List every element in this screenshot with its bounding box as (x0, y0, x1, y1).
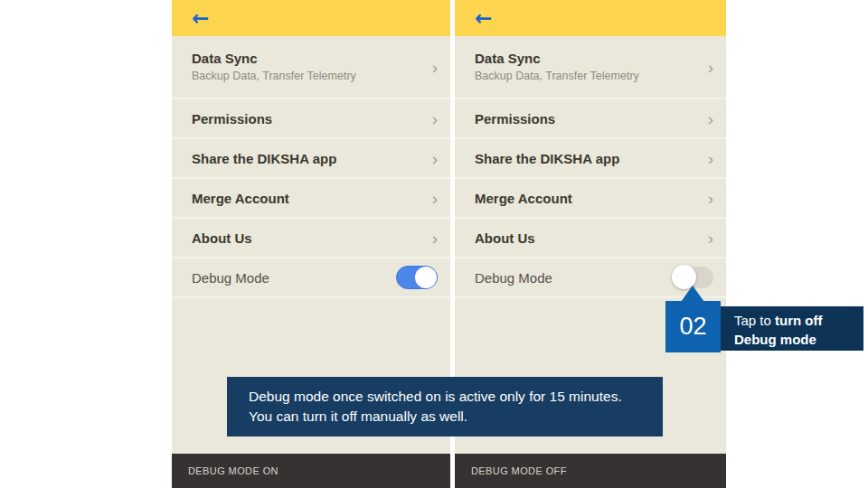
chevron-right-icon: › (432, 110, 438, 127)
toggle-knob (415, 267, 437, 288)
callout-line1: Tap to turn off (734, 311, 863, 330)
caption-bar: DEBUG MODE ON (172, 454, 450, 488)
back-arrow-icon[interactable]: ← (192, 8, 209, 29)
chevron-right-icon: › (432, 59, 438, 76)
settings-row-about-us[interactable]: About Us › (455, 219, 726, 258)
chevron-right-icon: › (708, 59, 713, 76)
row-title: Share the DIKSHA app (192, 152, 336, 165)
callout-text-bold1: turn off (775, 313, 822, 328)
row-title: About Us (192, 231, 252, 245)
callout-text-bold2: Debug mode (734, 330, 863, 349)
chevron-right-icon: › (432, 150, 438, 167)
settings-row-data-sync[interactable]: Data Sync Backup Data, Transfer Telemetr… (172, 36, 450, 99)
row-title: Merge Account (192, 192, 289, 205)
caption-label: DEBUG MODE ON (188, 465, 278, 476)
settings-row-merge-account[interactable]: Merge Account › (455, 179, 726, 219)
row-title: Debug Mode (192, 271, 269, 285)
settings-row-data-sync[interactable]: Data Sync Backup Data, Transfer Telemetr… (455, 36, 726, 99)
chevron-right-icon: › (708, 230, 713, 247)
info-banner-text: Debug mode once switched on is active on… (249, 389, 622, 424)
row-title: Permissions (475, 112, 555, 126)
settings-row-share-app[interactable]: Share the DIKSHA app › (172, 139, 450, 179)
row-subtitle: Backup Data, Transfer Telemetry (192, 70, 356, 82)
app-header: ← (455, 0, 726, 36)
settings-row-share-app[interactable]: Share the DIKSHA app › (455, 139, 726, 179)
settings-row-permissions[interactable]: Permissions › (172, 99, 450, 139)
tutorial-image: ← Data Sync Backup Data, Transfer Teleme… (0, 0, 868, 488)
row-title: Data Sync (475, 52, 639, 65)
chevron-right-icon: › (432, 190, 438, 207)
settings-row-permissions[interactable]: Permissions › (455, 99, 726, 139)
chevron-right-icon: › (708, 110, 713, 127)
row-title: Data Sync (192, 52, 356, 65)
callout-pointer-up-icon (681, 286, 704, 302)
info-banner: Debug mode once switched on is active on… (227, 377, 663, 436)
row-title: Debug Mode (475, 271, 552, 285)
back-arrow-icon[interactable]: ← (475, 8, 492, 29)
callout-text-box: Tap to turn off Debug mode (721, 306, 863, 351)
settings-row-merge-account[interactable]: Merge Account › (172, 179, 450, 219)
callout-text-prefix: Tap to (734, 313, 775, 328)
chevron-right-icon: › (708, 190, 713, 207)
debug-mode-toggle-on[interactable] (396, 266, 438, 289)
chevron-right-icon: › (708, 150, 713, 167)
settings-row-debug-mode: Debug Mode (172, 258, 450, 298)
row-title: About Us (475, 231, 535, 245)
row-title: Share the DIKSHA app (475, 152, 619, 165)
row-subtitle: Backup Data, Transfer Telemetry (475, 70, 639, 82)
chevron-right-icon: › (432, 230, 438, 247)
settings-row-about-us[interactable]: About Us › (172, 219, 450, 258)
step-number-badge: 02 (665, 301, 721, 352)
caption-bar: DEBUG MODE OFF (455, 454, 726, 488)
app-header: ← (172, 0, 450, 36)
row-title: Permissions (192, 112, 272, 126)
caption-label: DEBUG MODE OFF (471, 465, 567, 476)
row-title: Merge Account (475, 192, 572, 205)
